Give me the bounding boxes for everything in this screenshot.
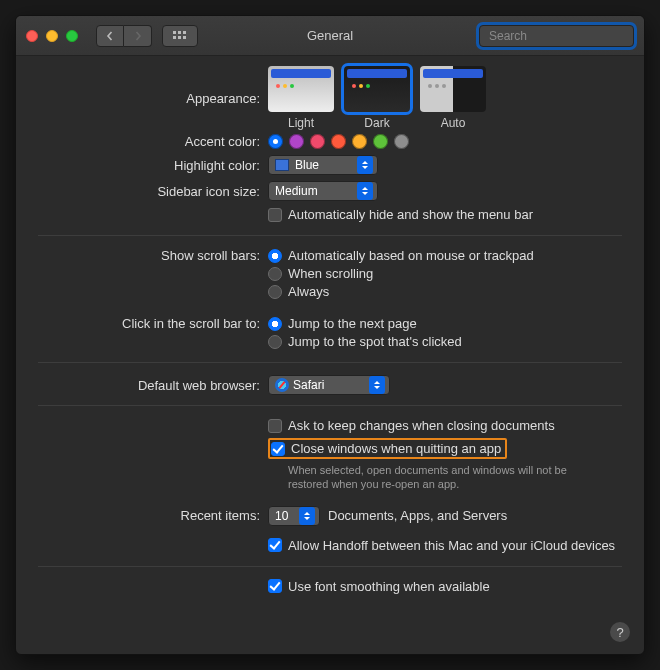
close-windows-hint: When selected, open documents and window… (268, 463, 598, 492)
close-windows-label: Close windows when quitting an app (291, 441, 501, 456)
recent-items-suffix: Documents, Apps, and Servers (328, 508, 507, 523)
scroll-bars-option-label: Automatically based on mouse or trackpad (288, 248, 534, 263)
click-scroll-radio[interactable] (268, 317, 282, 331)
appearance-option-auto[interactable]: Auto (420, 66, 486, 130)
preferences-body: Appearance: LightDarkAuto Accent color: … (16, 56, 644, 613)
general-preferences-window: General Appearance: LightDarkAuto Accent… (15, 15, 645, 655)
auto-hide-menubar-checkbox[interactable] (268, 208, 282, 222)
recent-items-value: 10 (275, 509, 288, 523)
appearance-option-dark[interactable]: Dark (344, 66, 410, 130)
font-smoothing-checkbox[interactable] (268, 579, 282, 593)
accent-color-swatch[interactable] (268, 134, 283, 149)
chevron-right-icon (133, 31, 143, 41)
chevron-up-down-icon (369, 376, 385, 394)
appearance-option-label: Light (268, 116, 334, 130)
search-field[interactable] (479, 25, 634, 47)
accent-color-swatch[interactable] (352, 134, 367, 149)
chevron-up-down-icon (357, 156, 373, 174)
chevron-up-down-icon (357, 182, 373, 200)
allow-handoff-label: Allow Handoff between this Mac and your … (288, 538, 615, 553)
search-input[interactable] (489, 29, 639, 43)
minimize-window-button[interactable] (46, 30, 58, 42)
accent-color-swatch[interactable] (373, 134, 388, 149)
close-windows-highlight: Close windows when quitting an app (268, 438, 507, 459)
chevron-up-down-icon (299, 507, 315, 525)
scroll-bars-option-label: When scrolling (288, 266, 373, 281)
click-scroll-option-label: Jump to the spot that's clicked (288, 334, 462, 349)
appearance-option-label: Auto (420, 116, 486, 130)
sidebar-icon-size-label: Sidebar icon size: (38, 184, 268, 199)
appearance-label: Appearance: (38, 91, 268, 130)
appearance-thumb-icon (344, 66, 410, 112)
svg-rect-3 (173, 36, 176, 39)
sidebar-icon-size-select[interactable]: Medium (268, 181, 378, 201)
close-window-button[interactable] (26, 30, 38, 42)
separator (38, 235, 622, 236)
accent-color-swatch[interactable] (331, 134, 346, 149)
back-button[interactable] (96, 25, 124, 47)
sidebar-icon-size-value: Medium (275, 184, 318, 198)
accent-color-swatch[interactable] (310, 134, 325, 149)
appearance-option-label: Dark (344, 116, 410, 130)
show-scroll-bars-label: Show scroll bars: (38, 248, 268, 263)
recent-items-select[interactable]: 10 (268, 506, 320, 526)
appearance-option-light[interactable]: Light (268, 66, 334, 130)
show-all-button[interactable] (162, 25, 198, 47)
default-browser-label: Default web browser: (38, 378, 268, 393)
highlight-color-select[interactable]: Blue (268, 155, 378, 175)
svg-rect-4 (178, 36, 181, 39)
accent-color-swatch[interactable] (394, 134, 409, 149)
separator (38, 566, 622, 567)
svg-rect-2 (183, 31, 186, 34)
click-scroll-bar-label: Click in the scroll bar to: (38, 316, 268, 331)
accent-color-swatch[interactable] (289, 134, 304, 149)
scroll-bars-radio[interactable] (268, 267, 282, 281)
ask-keep-changes-checkbox[interactable] (268, 419, 282, 433)
appearance-options: LightDarkAuto (268, 66, 486, 130)
chevron-left-icon (105, 31, 115, 41)
default-browser-select[interactable]: Safari (268, 375, 390, 395)
font-smoothing-label: Use font smoothing when available (288, 579, 490, 594)
highlight-color-label: Highlight color: (38, 158, 268, 173)
titlebar: General (16, 16, 644, 56)
nav-back-forward (96, 25, 152, 47)
allow-handoff-checkbox[interactable] (268, 538, 282, 552)
close-windows-checkbox[interactable] (271, 442, 285, 456)
separator (38, 362, 622, 363)
click-scroll-option-label: Jump to the next page (288, 316, 417, 331)
help-button[interactable]: ? (610, 622, 630, 642)
highlight-swatch-icon (275, 159, 289, 171)
window-controls (26, 30, 78, 42)
ask-keep-changes-label: Ask to keep changes when closing documen… (288, 418, 555, 433)
appearance-thumb-icon (268, 66, 334, 112)
svg-rect-0 (173, 31, 176, 34)
scroll-bars-radio[interactable] (268, 285, 282, 299)
scroll-bars-option-label: Always (288, 284, 329, 299)
svg-rect-5 (183, 36, 186, 39)
accent-color-swatches (268, 134, 409, 149)
auto-hide-menubar-label: Automatically hide and show the menu bar (288, 207, 533, 222)
forward-button[interactable] (124, 25, 152, 47)
separator (38, 405, 622, 406)
appearance-thumb-icon (420, 66, 486, 112)
svg-rect-1 (178, 31, 181, 34)
zoom-window-button[interactable] (66, 30, 78, 42)
accent-color-label: Accent color: (38, 134, 268, 149)
recent-items-label: Recent items: (38, 508, 268, 523)
default-browser-value: Safari (293, 378, 324, 392)
grid-icon (173, 31, 187, 41)
click-scroll-radio[interactable] (268, 335, 282, 349)
scroll-bars-radio[interactable] (268, 249, 282, 263)
safari-icon (275, 378, 289, 392)
highlight-color-value: Blue (295, 158, 319, 172)
